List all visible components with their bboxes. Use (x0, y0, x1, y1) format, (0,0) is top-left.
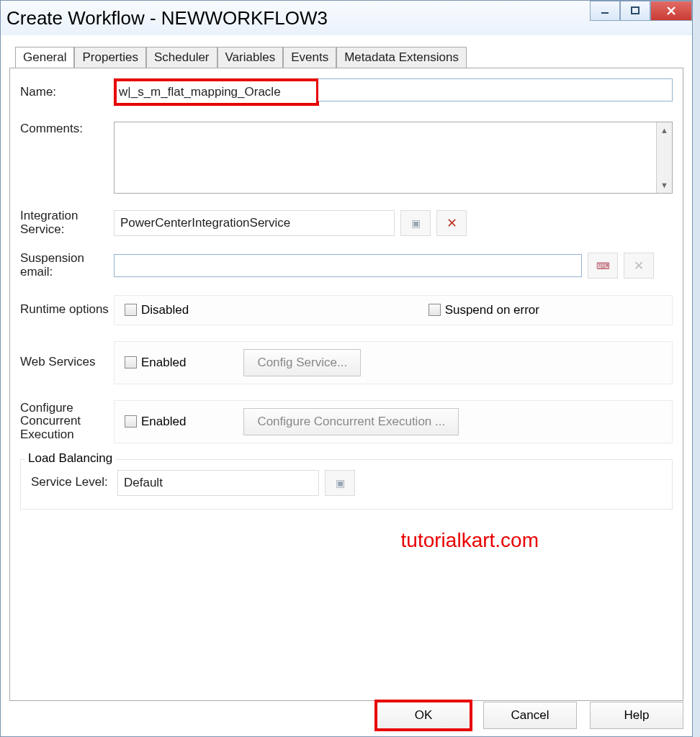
service-level-value: Default (117, 470, 319, 496)
web-enabled-checkbox-wrap[interactable]: Enabled (125, 356, 186, 370)
cce-enabled-label: Enabled (141, 415, 186, 429)
tab-panel-general: Name: Comments: ▲ ▼ (9, 68, 683, 701)
cce-row: Configure Concurrent Execution Enabled C… (20, 400, 673, 443)
service-level-row: Service Level: Default ▣ (31, 470, 662, 496)
scroll-up-icon[interactable]: ▲ (658, 124, 671, 137)
cancel-button[interactable]: Cancel (483, 702, 577, 729)
name-input-wrap (114, 78, 673, 106)
integration-label: Integration Service: (20, 209, 114, 236)
disabled-label: Disabled (141, 303, 189, 317)
web-enabled-checkbox[interactable] (125, 356, 137, 368)
config-service-button[interactable]: Config Service... (243, 349, 361, 376)
web-services-row: Web Services Enabled Config Service... (20, 341, 673, 384)
scroll-down-icon[interactable]: ▼ (658, 178, 671, 191)
name-input[interactable] (119, 83, 313, 101)
cce-configure-button[interactable]: Configure Concurrent Execution ... (243, 408, 459, 435)
name-highlight-box (114, 78, 319, 106)
runtime-row: Runtime options Disabled Suspend on erro… (20, 295, 673, 325)
cce-enabled-checkbox[interactable] (125, 415, 137, 428)
keyboard-icon: ⌨ (596, 261, 610, 271)
web-services-label: Web Services (20, 356, 114, 369)
x-icon: ✕ (634, 258, 644, 273)
clear-service-button[interactable]: ✕ (436, 210, 467, 236)
tab-scheduler[interactable]: Scheduler (146, 47, 217, 68)
load-balancing-fieldset: Load Balancing Service Level: Default ▣ (20, 459, 673, 510)
cube-icon: ▣ (411, 217, 421, 229)
tab-metadata[interactable]: Metadata Extensions (336, 47, 467, 68)
integration-value: PowerCenterIntegrationService (114, 210, 395, 236)
comments-textarea[interactable]: ▲ ▼ (114, 122, 673, 194)
browse-service-button[interactable]: ▣ (400, 210, 431, 236)
tab-row: General Properties Scheduler Variables E… (15, 47, 683, 68)
suspension-email-input[interactable] (114, 254, 582, 277)
window-title: Create Workflow - NEWWORKFLOW3 (6, 7, 328, 30)
load-balancing-legend: Load Balancing (25, 451, 115, 466)
tab-properties[interactable]: Properties (74, 47, 145, 68)
cube-icon: ▣ (336, 477, 345, 489)
x-icon: ✕ (447, 215, 457, 231)
ok-button[interactable]: OK (377, 702, 470, 729)
suspend-label: Suspend on error (445, 303, 539, 317)
comments-row: Comments: ▲ ▼ (20, 122, 673, 194)
maximize-button[interactable] (620, 1, 650, 21)
tab-events[interactable]: Events (283, 47, 336, 68)
window-controls (590, 1, 692, 21)
cce-enabled-checkbox-wrap[interactable]: Enabled (125, 415, 186, 429)
runtime-label: Runtime options (20, 303, 114, 317)
tab-general[interactable]: General (15, 47, 74, 68)
name-input-extension[interactable] (318, 78, 673, 101)
service-level-label: Service Level: (31, 476, 117, 489)
web-enabled-label: Enabled (141, 356, 186, 370)
service-level-browse-button[interactable]: ▣ (325, 470, 355, 496)
title-bar: Create Workflow - NEWWORKFLOW3 (1, 1, 692, 35)
cce-label: Configure Concurrent Execution (20, 402, 114, 442)
name-row: Name: (20, 78, 673, 106)
name-label: Name: (20, 85, 114, 99)
suspension-clear-button[interactable]: ✕ (624, 253, 654, 279)
close-button[interactable] (650, 1, 692, 21)
integration-row: Integration Service: PowerCenterIntegrat… (20, 209, 673, 236)
suspension-label: Suspension email: (20, 252, 114, 279)
suspension-browse-button[interactable]: ⌨ (588, 253, 618, 279)
disabled-checkbox[interactable] (125, 304, 137, 316)
tab-variables[interactable]: Variables (217, 47, 284, 68)
suspension-row: Suspension email: ⌨ ✕ (20, 252, 673, 279)
suspend-checkbox[interactable] (428, 304, 441, 316)
disabled-checkbox-wrap[interactable]: Disabled (125, 303, 189, 317)
comments-scrollbar[interactable]: ▲ ▼ (656, 122, 672, 193)
client-area: General Properties Scheduler Variables E… (1, 35, 692, 710)
dialog-window: Create Workflow - NEWWORKFLOW3 General P… (0, 0, 693, 737)
svg-rect-1 (632, 7, 639, 14)
suspend-checkbox-wrap[interactable]: Suspend on error (428, 303, 539, 317)
comments-label: Comments: (20, 122, 114, 136)
watermark-text: tutorialkart.com (401, 529, 539, 552)
help-button[interactable]: Help (590, 702, 683, 729)
dialog-buttons: OK Cancel Help (377, 702, 683, 729)
minimize-button[interactable] (590, 1, 620, 21)
